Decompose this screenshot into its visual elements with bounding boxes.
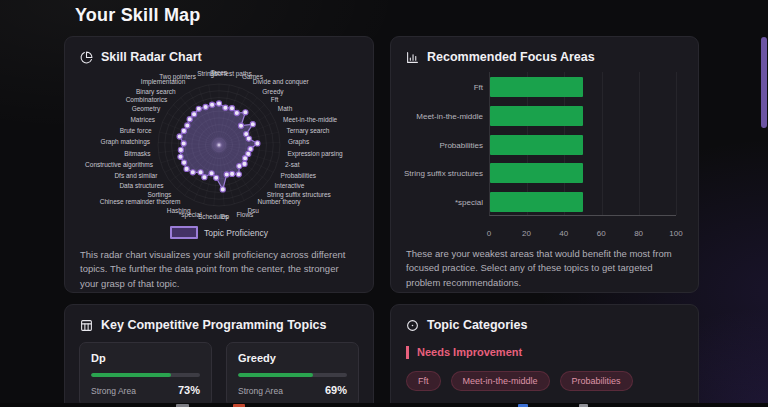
target-icon [406, 319, 419, 332]
taskbar-sliver [0, 403, 768, 407]
radar-point[interactable] [202, 175, 207, 180]
radar-point[interactable] [224, 172, 229, 177]
radar-point[interactable] [230, 171, 235, 176]
radar-axis-label: Schedules [198, 213, 229, 220]
table-icon [80, 319, 93, 332]
focus-areas-panel: Recommended Focus Areas 020406080100FftM… [390, 36, 699, 293]
radar-axis-label: Binary search [136, 88, 176, 96]
bar-chart-tick-label: 40 [559, 229, 568, 238]
radar-point[interactable] [196, 106, 201, 111]
legend-swatch [170, 226, 198, 239]
radar-point[interactable] [238, 123, 243, 128]
radar-panel-header: Skill Radar Chart [65, 37, 373, 64]
topic-percent: 69% [325, 384, 347, 396]
radar-point[interactable] [190, 170, 195, 175]
bar-category-label[interactable]: Meet-in-the-middle [401, 112, 483, 121]
bar-category-label[interactable]: String suffix structures [401, 169, 483, 178]
progress-track [91, 373, 200, 377]
radar-point[interactable] [216, 101, 221, 106]
radar-axis-label: Bitmasks [124, 150, 151, 157]
radar-axis-label: Hashing [167, 207, 191, 215]
focus-bar-string-suffix-structures[interactable] [490, 163, 583, 183]
radar-legend: Topic Proficiency [65, 226, 373, 239]
focus-bar-fft[interactable] [490, 77, 583, 97]
radar-point[interactable] [181, 141, 186, 146]
radar-axis-label: Geometry [132, 105, 161, 113]
progress-fill [91, 373, 171, 377]
radar-point[interactable] [182, 160, 187, 165]
radar-point[interactable] [185, 123, 190, 128]
radar-axis-label: Data structures [119, 182, 164, 189]
radar-point[interactable] [234, 110, 239, 115]
bar-chart-tick-label: 60 [597, 229, 606, 238]
radar-point[interactable] [236, 172, 241, 177]
topic-card-dp: DpStrong Area73% [79, 342, 212, 407]
radar-point[interactable] [187, 117, 192, 122]
radar-point[interactable] [181, 128, 186, 133]
radar-point[interactable] [223, 105, 228, 110]
bar-category-label[interactable]: Fft [401, 83, 483, 92]
focus-bar-meet-in-the-middle[interactable] [490, 106, 583, 126]
radar-axis-label: Divide and conquer [253, 78, 310, 86]
radar-point[interactable] [242, 161, 247, 166]
focus-panel-title: Recommended Focus Areas [427, 50, 595, 64]
bar-chart-gridline [676, 72, 677, 215]
topic-pill-meet-in-the-middle[interactable]: Meet-in-the-middle [451, 371, 550, 391]
radar-point[interactable] [177, 134, 182, 139]
radar-point[interactable] [198, 170, 203, 175]
topic-cards-row: DpStrong Area73%GreedyStrong Area69% [79, 342, 359, 407]
radar-point[interactable] [243, 156, 248, 161]
radar-point[interactable] [237, 164, 242, 169]
radar-point[interactable] [250, 122, 255, 127]
radar-point[interactable] [192, 112, 197, 117]
radar-point[interactable] [220, 187, 225, 192]
radar-point[interactable] [209, 171, 214, 176]
bar-category-label[interactable]: Probabilities [401, 141, 483, 150]
radar-point[interactable] [214, 175, 219, 180]
radar-axis-label: Combinatorics [126, 96, 168, 103]
radar-point[interactable] [203, 104, 208, 109]
radar-axis-label: Flows [236, 211, 254, 218]
bar-chart-tick-label: 0 [487, 229, 491, 238]
topic-pill-fft[interactable]: Fft [406, 371, 441, 391]
progress-track [238, 373, 347, 377]
scrollbar-thumb[interactable] [761, 37, 767, 128]
radar-axis-label: Strings [197, 70, 218, 78]
radar-axis-label: Chinese remainder theorem [100, 198, 181, 205]
radar-point[interactable] [178, 154, 183, 159]
radar-axis-label: Matrices [130, 116, 155, 123]
radar-point[interactable] [246, 136, 251, 141]
radar-axis-label: Brute force [120, 127, 152, 134]
bar-chart-gridline [639, 72, 640, 215]
radar-point[interactable] [243, 110, 248, 115]
focus-panel-header: Recommended Focus Areas [391, 37, 698, 64]
bar-chart-icon [406, 51, 419, 64]
radar-point[interactable] [210, 102, 215, 107]
radar-axis-label: Fft [271, 96, 279, 103]
bar-chart-plot-area [489, 72, 676, 216]
radar-point[interactable] [255, 141, 260, 146]
focus-bar-probabilities[interactable] [490, 135, 583, 155]
radar-point[interactable] [229, 106, 234, 111]
key-topics-panel: Key Competitive Programming Topics DpStr… [64, 304, 374, 407]
progress-fill [238, 373, 313, 377]
radar-axis-label: 2-sat [285, 161, 300, 168]
category-pill-row: FftMeet-in-the-middleProbabilities [406, 371, 683, 391]
skill-radar-chart: TreesShortest pathsGamesDivide and conqu… [65, 66, 373, 228]
category-sections: Needs ImprovementFftMeet-in-the-middlePr… [406, 342, 683, 407]
topic-pill-probabilities[interactable]: Probabilities [560, 371, 633, 391]
radar-panel-title: Skill Radar Chart [101, 50, 202, 64]
topic-categories-panel: Topic Categories Needs ImprovementFftMee… [390, 304, 699, 407]
radar-point[interactable] [184, 166, 189, 171]
radar-axis-label: Probabilities [281, 172, 317, 179]
skill-radar-panel: Skill Radar Chart TreesShortest pathsGam… [64, 36, 374, 293]
topic-card-name: Dp [91, 352, 200, 364]
page-title: Your Skill Map [75, 5, 201, 26]
pie-chart-icon [80, 51, 93, 64]
bar-chart-tick-label: 100 [669, 229, 682, 238]
bar-category-label[interactable]: *special [401, 198, 483, 207]
radar-point[interactable] [178, 147, 183, 152]
topic-card-name: Greedy [238, 352, 347, 364]
focus-bar--special[interactable] [490, 192, 583, 212]
bar-chart-gridline [602, 72, 603, 215]
